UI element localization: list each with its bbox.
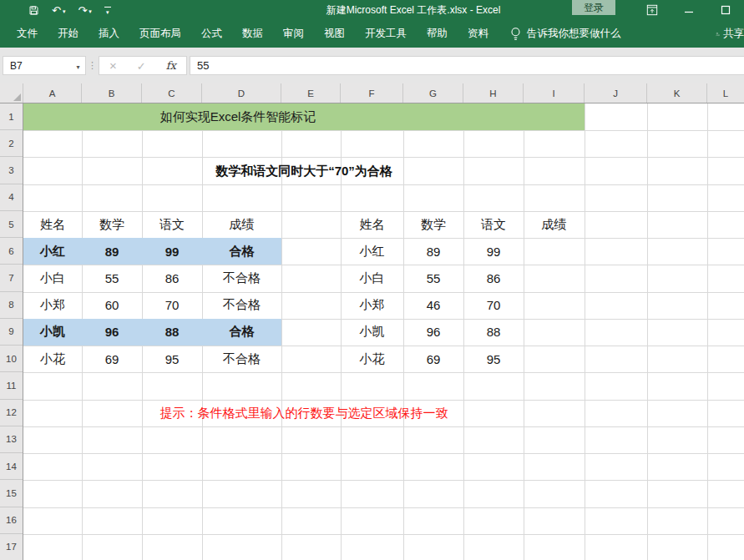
insert-function-icon[interactable]: fx xyxy=(166,59,176,72)
select-all-button[interactable] xyxy=(0,83,23,103)
row-header[interactable]: 1 xyxy=(0,103,23,130)
column-header-i[interactable]: I xyxy=(524,83,585,103)
cell[interactable]: 姓名 xyxy=(341,211,403,238)
cell[interactable]: 数学 xyxy=(403,211,463,238)
cell[interactable]: 89 xyxy=(82,238,142,265)
cell[interactable]: 合格 xyxy=(202,319,281,346)
cell[interactable]: 88 xyxy=(463,319,524,346)
column-header-f[interactable]: F xyxy=(341,83,403,103)
row-header[interactable]: 14 xyxy=(0,453,23,480)
cell[interactable]: 语文 xyxy=(142,211,202,238)
row-header[interactable]: 6 xyxy=(0,238,23,265)
cell[interactable]: 不合格 xyxy=(202,346,281,372)
cell[interactable]: 小白 xyxy=(23,265,82,291)
login-button[interactable]: 登录 xyxy=(572,0,615,15)
row-header[interactable]: 8 xyxy=(0,292,23,319)
cell[interactable]: 89 xyxy=(403,238,463,265)
undo-button[interactable] xyxy=(52,3,65,18)
cell[interactable]: 70 xyxy=(463,292,524,319)
minimize-button[interactable] xyxy=(671,0,707,20)
tab-developer[interactable]: 开发工具 xyxy=(355,20,417,48)
column-header-b[interactable]: B xyxy=(82,83,142,103)
cell[interactable] xyxy=(524,346,585,372)
hint-cell[interactable]: 提示：条件格式里输入的行数要与选定区域保持一致 xyxy=(23,400,585,426)
cell[interactable] xyxy=(524,292,585,319)
cell[interactable]: 70 xyxy=(142,292,202,319)
row-header[interactable]: 7 xyxy=(0,265,23,291)
column-header-k[interactable]: K xyxy=(647,83,707,103)
cell[interactable]: 成绩 xyxy=(524,211,585,238)
cell[interactable]: 96 xyxy=(403,319,463,346)
cell[interactable]: 86 xyxy=(142,265,202,291)
row-header[interactable]: 12 xyxy=(0,400,23,426)
customize-quick-access-button[interactable] xyxy=(104,5,111,15)
row-header[interactable]: 10 xyxy=(0,346,23,372)
maximize-button[interactable] xyxy=(707,0,744,20)
cell[interactable]: 数学 xyxy=(82,211,142,238)
cell[interactable]: 95 xyxy=(142,346,202,372)
cell[interactable]: 99 xyxy=(463,238,524,265)
tab-info[interactable]: 资料 xyxy=(458,20,499,48)
cell[interactable]: 不合格 xyxy=(202,265,281,291)
cell[interactable]: 成绩 xyxy=(202,211,281,238)
row-header[interactable]: 4 xyxy=(0,184,23,211)
cell[interactable]: 55 xyxy=(403,265,463,291)
column-header-c[interactable]: C xyxy=(142,83,202,103)
cell[interactable]: 69 xyxy=(82,346,142,372)
subtitle-cell[interactable]: 数学和语文同时大于“70”为合格 xyxy=(23,158,585,184)
name-box[interactable]: B7 xyxy=(3,56,86,75)
cell[interactable]: 小郑 xyxy=(23,292,82,319)
cell[interactable]: 小花 xyxy=(23,346,82,372)
share-button[interactable]: 共享 xyxy=(716,27,744,41)
row-header[interactable]: 2 xyxy=(0,130,23,157)
cell[interactable]: 小花 xyxy=(341,346,403,372)
tell-me-box[interactable]: 告诉我你想要做什么 xyxy=(510,27,621,42)
cell[interactable]: 小凯 xyxy=(23,319,82,346)
cell[interactable]: 46 xyxy=(403,292,463,319)
cell[interactable]: 小白 xyxy=(341,265,403,291)
column-header-d[interactable]: D xyxy=(202,83,281,103)
cell[interactable]: 姓名 xyxy=(23,211,82,238)
row-header[interactable]: 5 xyxy=(0,211,23,238)
column-header-a[interactable]: A xyxy=(23,83,82,103)
save-icon[interactable] xyxy=(28,5,39,16)
column-header-g[interactable]: G xyxy=(403,83,463,103)
tab-file[interactable]: 文件 xyxy=(7,20,48,48)
cell[interactable]: 小红 xyxy=(23,238,82,265)
tab-view[interactable]: 视图 xyxy=(314,20,355,48)
cell[interactable]: 96 xyxy=(82,319,142,346)
row-header[interactable]: 9 xyxy=(0,319,23,346)
cell[interactable] xyxy=(524,238,585,265)
formula-input[interactable]: 55 xyxy=(190,56,744,75)
cell[interactable] xyxy=(524,265,585,291)
column-header-j[interactable]: J xyxy=(585,83,647,103)
cell[interactable]: 99 xyxy=(142,238,202,265)
tab-data[interactable]: 数据 xyxy=(232,20,273,48)
column-header-e[interactable]: E xyxy=(281,83,341,103)
tab-page-layout[interactable]: 页面布局 xyxy=(129,20,191,48)
cell[interactable]: 合格 xyxy=(202,238,281,265)
cell[interactable]: 69 xyxy=(403,346,463,372)
cell[interactable]: 60 xyxy=(82,292,142,319)
row-header[interactable]: 15 xyxy=(0,480,23,507)
title-banner-cell[interactable]: 如何实现Excel条件智能标记 xyxy=(23,103,585,130)
redo-button[interactable] xyxy=(78,3,91,18)
cell[interactable]: 88 xyxy=(142,319,202,346)
row-header[interactable]: 16 xyxy=(0,507,23,534)
chevron-down-icon[interactable] xyxy=(71,60,85,72)
cell[interactable]: 95 xyxy=(463,346,524,372)
tab-insert[interactable]: 插入 xyxy=(89,20,129,48)
enter-icon[interactable] xyxy=(137,58,146,73)
cell[interactable]: 小凯 xyxy=(341,319,403,346)
cell[interactable]: 86 xyxy=(463,265,524,291)
row-header[interactable]: 13 xyxy=(0,426,23,453)
column-header-h[interactable]: H xyxy=(463,83,524,103)
worksheet-grid[interactable]: 1 2 3 4 5 6 7 8 9 10 11 12 13 14 15 16 1… xyxy=(0,103,744,560)
cell[interactable]: 小红 xyxy=(341,238,403,265)
cell[interactable] xyxy=(524,319,585,346)
cell[interactable]: 不合格 xyxy=(202,292,281,319)
row-header[interactable]: 17 xyxy=(0,534,23,560)
cell[interactable]: 语文 xyxy=(463,211,524,238)
cell[interactable]: 小郑 xyxy=(341,292,403,319)
row-header[interactable]: 11 xyxy=(0,372,23,399)
